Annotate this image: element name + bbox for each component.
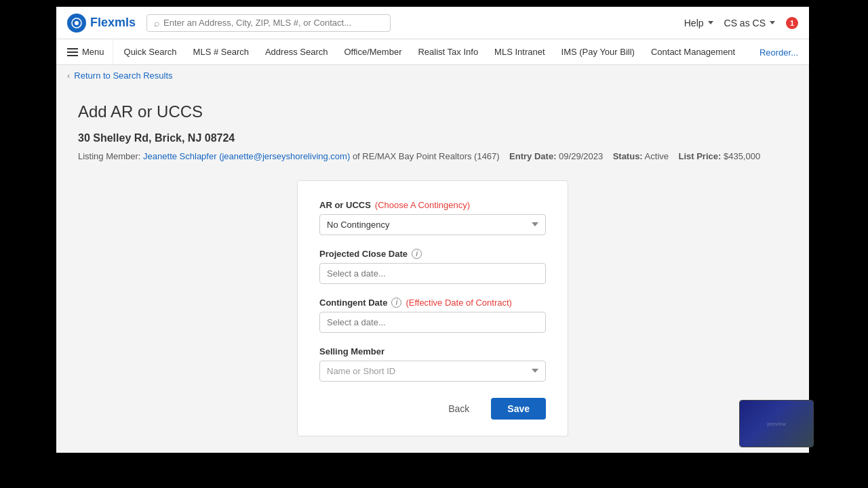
selling-member-label: Selling Member [319,346,546,357]
back-to-search-link[interactable]: Return to Search Results [74,70,172,81]
top-bar-right: Help CS as CS 1 [684,17,798,29]
help-button[interactable]: Help [684,18,713,28]
nav-quick-search[interactable]: Quick Search [116,39,185,64]
search-icon: ⌕ [154,18,159,28]
ar-uccs-select[interactable]: No Contingency AR UCCS [319,214,546,235]
nav-office-member[interactable]: Office/Member [336,39,410,64]
selling-member-field-group: Selling Member Name or Short ID [319,346,546,382]
form-card: AR or UCCS (Choose A Contingency) No Con… [297,180,568,436]
back-button[interactable]: Back [435,398,483,420]
thumbnail-overlay: preview [739,400,814,447]
contingent-date-field-group: Contingent Date i (Effective Date of Con… [319,298,546,333]
listing-address: 30 Shelley Rd, Brick, NJ 08724 [78,132,787,144]
main-content: Add AR or UCCS 30 Shelley Rd, Brick, NJ … [56,86,809,453]
list-price-label: List Price: [678,151,721,161]
office-info: of RE/MAX Bay Point Realtors (1467) [353,151,500,161]
projected-close-date-label: Projected Close Date i [319,249,546,259]
help-chevron-icon [708,21,713,24]
save-button[interactable]: Save [491,398,546,420]
nav-contact-mgmt[interactable]: Contact Management [643,39,743,64]
entry-date-value: 09/29/2023 [559,151,603,161]
projected-close-date-info-icon[interactable]: i [412,249,422,259]
top-bar: Flexmls ⌕ Help CS as CS 1 [56,7,809,39]
svg-point-1 [75,21,79,25]
thumbnail-preview: preview [740,401,813,447]
nav-bar: Menu Quick Search MLS # Search Address S… [56,39,809,65]
listing-member-label: Listing Member: [78,151,140,161]
form-actions: Back Save [319,398,546,420]
ar-uccs-field-group: AR or UCCS (Choose A Contingency) No Con… [319,200,546,235]
list-price-value: $435,000 [724,151,760,161]
cs-chevron-icon [770,21,775,24]
status-value: Active [645,151,669,161]
menu-button[interactable]: Menu [67,39,113,64]
nav-ims-pay-bill[interactable]: IMS (Pay Your Bill) [553,39,643,64]
search-input[interactable] [163,18,383,28]
contingent-date-label: Contingent Date i (Effective Date of Con… [319,298,546,308]
nav-address-search[interactable]: Address Search [257,39,336,64]
ar-uccs-note: (Choose A Contingency) [375,200,470,210]
projected-close-date-field-group: Projected Close Date i [319,249,546,284]
cs-button[interactable]: CS as CS [724,18,775,28]
projected-close-date-input[interactable] [319,263,546,284]
notification-badge[interactable]: 1 [786,17,798,29]
nav-mls-search[interactable]: MLS # Search [185,39,257,64]
logo[interactable]: Flexmls [67,14,136,33]
status-label: Status: [613,151,643,161]
nav-realist-tax[interactable]: Realist Tax Info [410,39,486,64]
page-title: Add AR or UCCS [78,102,787,121]
logo-text: Flexmls [90,16,136,30]
hamburger-icon [67,48,78,56]
breadcrumb-bar: ‹ Return to Search Results [56,65,809,86]
listing-meta: Listing Member: Jeanette Schlapfer (jean… [78,150,787,164]
nav-bar-right: Reorder... [760,47,798,58]
contingent-date-info-icon[interactable]: i [391,298,401,308]
listing-member-email[interactable]: Jeanette Schlapfer (jeanette@jerseyshore… [143,151,350,161]
logo-icon [67,14,86,33]
contingent-date-note: (Effective Date of Contract) [406,298,512,308]
entry-date-label: Entry Date: [509,151,556,161]
ar-uccs-label: AR or UCCS (Choose A Contingency) [319,200,546,210]
selling-member-select[interactable]: Name or Short ID [319,361,546,382]
back-chevron-icon: ‹ [67,70,70,81]
nav-mls-intranet[interactable]: MLS Intranet [486,39,553,64]
contingent-date-input[interactable] [319,312,546,333]
global-search-bar[interactable]: ⌕ [146,14,391,32]
reorder-button[interactable]: Reorder... [760,47,798,58]
